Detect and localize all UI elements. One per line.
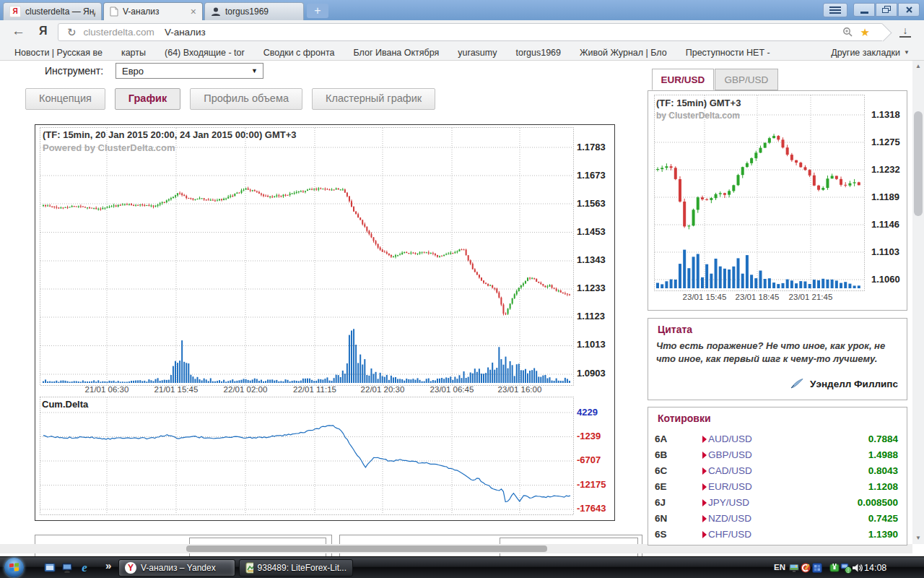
- bookmark-item[interactable]: карты: [121, 48, 146, 58]
- tray-display-settings-icon[interactable]: [788, 562, 800, 574]
- new-tab-button[interactable]: +: [307, 4, 328, 18]
- pair-name[interactable]: GBP/USD: [708, 449, 752, 460]
- cum-delta-chart[interactable]: [40, 397, 574, 515]
- tab-kontseptsiya[interactable]: Концепция: [25, 88, 105, 110]
- sidebar-tab-gbpusd[interactable]: GBP/USD: [715, 69, 778, 90]
- start-button[interactable]: [4, 558, 24, 577]
- quote-of-day-box: Цитата Что есть поражение? Не что иное, …: [648, 318, 907, 400]
- tab-title: V-анализ: [123, 7, 185, 17]
- url-bar[interactable]: ↻ clusterdelta.com V-анализ ★: [58, 23, 884, 41]
- main-chart: (TF: 15min, 20 Jan 2015 20:00, 24 Jan 20…: [35, 124, 615, 521]
- quote-row[interactable]: 6B GBP/USD 1.4988: [648, 449, 907, 465]
- taskbar-button-yandex[interactable]: Y V-анализ – Yandex: [118, 559, 235, 577]
- bookmark-item[interactable]: Сводки с фронта: [263, 48, 335, 58]
- vertical-scrollbar-thumb[interactable]: [914, 111, 923, 216]
- bookmark-item[interactable]: Живой Журнал | Бло: [580, 48, 667, 58]
- delta-axis-label: -1239: [577, 431, 614, 441]
- quicklaunch-desktop-icon[interactable]: [61, 561, 74, 574]
- vertical-scrollbar[interactable]: ▲ ▼: [912, 61, 924, 544]
- bookmark-item[interactable]: yurasumy: [458, 48, 497, 58]
- pair-value: 0.7425: [868, 513, 898, 524]
- restore-icon: [882, 6, 892, 14]
- tab-profil-obyema[interactable]: Профиль объема: [190, 88, 302, 110]
- cum-delta-panel-label: Cum.Delta: [42, 399, 88, 410]
- delta-axis-label: -17643: [577, 503, 614, 514]
- time-axis-label: 22/01 20:30: [350, 385, 415, 394]
- quote-row[interactable]: 6A AUD/USD 0.7884: [648, 434, 907, 449]
- quotes-title: Котировки: [658, 413, 711, 424]
- tab-close-icon[interactable]: ×: [191, 6, 196, 17]
- browser-tab-v-analiz[interactable]: V-анализ ×: [103, 2, 203, 20]
- browser-tab-clusterdelta[interactable]: Я clusterdelta — Яндекс: [3, 2, 102, 20]
- bookmark-item[interactable]: torgus1969: [515, 48, 561, 58]
- horizontal-scrollbar-thumb[interactable]: [186, 545, 547, 552]
- yandex-home-button[interactable]: Я: [39, 25, 48, 38]
- price-axis-label: 1.1563: [577, 198, 613, 209]
- windows-taskbar: e » Y V-анализ – Yandex 938489: LiteFore…: [0, 556, 924, 578]
- downloads-icon[interactable]: ↓: [899, 25, 911, 38]
- arrow-right-icon: [702, 452, 707, 459]
- quote-row[interactable]: 6J JPY/USD 0.008500: [648, 497, 907, 513]
- other-bookmarks-button[interactable]: Другие закладки ▼: [831, 48, 910, 58]
- time-axis-label: 21/01 06:30: [74, 385, 139, 394]
- taskbar-clock[interactable]: 14:08: [864, 563, 886, 573]
- bookmark-item[interactable]: Новости | Русская ве: [14, 48, 103, 58]
- quote-row[interactable]: 6E EUR/USD 1.1208: [648, 481, 907, 497]
- tab-klasterny-grafik[interactable]: Кластерный график: [312, 88, 435, 110]
- reload-icon[interactable]: ↻: [67, 26, 77, 39]
- pair-name[interactable]: AUD/USD: [708, 434, 752, 444]
- bookmark-item[interactable]: Преступности НЕТ -: [686, 48, 770, 58]
- mini-price-chart[interactable]: [654, 95, 865, 291]
- mini-chart: (TF: 15min) GMT+3 by ClusterDelta.com 1.…: [648, 90, 907, 311]
- tray-power-plug-icon[interactable]: [829, 562, 840, 574]
- minimize-button[interactable]: [853, 3, 875, 17]
- pair-name[interactable]: EUR/USD: [708, 481, 752, 492]
- scroll-down-icon[interactable]: ▼: [912, 532, 924, 544]
- tab-grafik[interactable]: График: [115, 88, 180, 110]
- ticker-code: 6J: [655, 497, 666, 508]
- quote-row[interactable]: 6N NZD/USD 0.7425: [648, 513, 907, 529]
- quicklaunch-internet-explorer-icon[interactable]: e: [78, 561, 91, 574]
- language-indicator[interactable]: EN: [774, 563, 785, 571]
- quote-row[interactable]: 6C CAD/USD 0.8043: [648, 465, 907, 481]
- price-axis-label: 1.1123: [577, 311, 613, 322]
- price-volume-chart[interactable]: [40, 127, 574, 386]
- mini-price-axis-label: 1.1060: [871, 274, 906, 285]
- tab-title: clusterdelta — Яндекс: [25, 7, 95, 17]
- pair-name[interactable]: CAD/USD: [708, 465, 752, 476]
- quote-row[interactable]: 6S CHF/USD 1.1390: [648, 529, 907, 545]
- scroll-up-icon[interactable]: ▲: [912, 61, 924, 72]
- tab-title: torgus1969: [225, 7, 297, 17]
- close-button[interactable]: [898, 3, 920, 17]
- browser-menu-button[interactable]: [823, 3, 847, 17]
- zoom-icon[interactable]: [842, 27, 853, 38]
- tray-cleaner-icon[interactable]: [800, 562, 811, 574]
- taskbar-button-liteforex[interactable]: 938489: LiteForex-Lit...: [239, 559, 353, 577]
- user-icon: [211, 7, 221, 17]
- task-label: V-анализ – Yandex: [141, 563, 216, 573]
- pair-name[interactable]: NZD/USD: [708, 513, 751, 524]
- mini-time-axis-label: 23/01 18:45: [728, 293, 786, 301]
- pair-name[interactable]: CHF/USD: [708, 529, 751, 540]
- tray-blue-app-icon[interactable]: [811, 562, 823, 574]
- page-icon: [110, 7, 118, 17]
- yandex-favicon: Я: [9, 6, 21, 17]
- back-button[interactable]: ←: [12, 23, 25, 39]
- taskbar-chevron-icon[interactable]: »: [105, 559, 111, 571]
- pair-value: 1.1208: [868, 481, 898, 492]
- window-controls: [853, 3, 920, 17]
- time-axis-label: 22/01 11:15: [282, 385, 347, 394]
- bookmark-item[interactable]: Блог Ивана Октября: [353, 48, 439, 58]
- price-axis-label: 1.0903: [577, 368, 613, 379]
- minimize-icon: [860, 12, 868, 14]
- quicklaunch-remote-app-icon[interactable]: [43, 561, 56, 574]
- restore-button[interactable]: [876, 3, 897, 17]
- browser-tab-torgus1969[interactable]: torgus1969: [204, 2, 304, 20]
- tray-volume-icon[interactable]: [852, 562, 863, 574]
- bookmark-star-icon[interactable]: ★: [860, 26, 870, 39]
- bookmark-item[interactable]: (64) Входящие - tor: [165, 48, 245, 58]
- tray-network-icon[interactable]: [840, 562, 852, 574]
- instrument-select[interactable]: Евро ▼: [116, 63, 263, 79]
- pair-name[interactable]: JPY/USD: [708, 497, 749, 508]
- sidebar-tab-eurusd[interactable]: EUR/USD: [652, 69, 714, 90]
